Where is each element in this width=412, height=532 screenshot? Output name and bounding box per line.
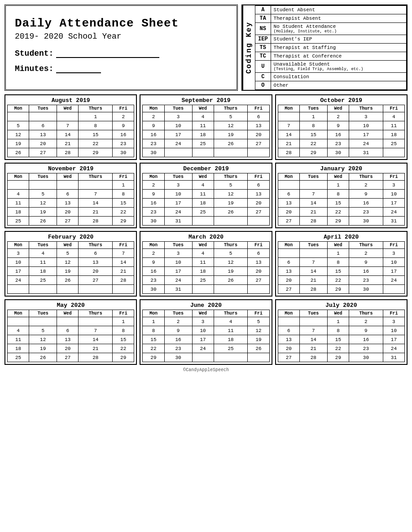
calendar-day[interactable]: 19 [214, 130, 248, 139]
calendar-day[interactable]: 12 [214, 258, 248, 267]
calendar-day[interactable]: 25 [192, 208, 214, 217]
calendar-day[interactable]: 13 [79, 258, 113, 267]
calendar-day[interactable]: 5 [214, 181, 248, 190]
calendar-day[interactable]: 22 [299, 139, 327, 148]
calendar-day[interactable]: 29 [327, 285, 349, 294]
calendar-day[interactable]: 28 [113, 276, 134, 285]
calendar-day[interactable]: 28 [79, 217, 113, 226]
calendar-day[interactable]: 19 [8, 139, 29, 148]
calendar-day[interactable]: 13 [278, 199, 299, 208]
calendar-day[interactable]: 3 [349, 112, 383, 121]
calendar-day[interactable]: 3 [164, 112, 192, 121]
calendar-day[interactable]: 13 [57, 335, 79, 344]
calendar-day[interactable]: 2 [349, 181, 383, 190]
calendar-day[interactable]: 15 [113, 335, 134, 344]
calendar-day[interactable]: 2 [349, 249, 383, 258]
calendar-day[interactable]: 30 [349, 217, 383, 226]
calendar-day[interactable]: 17 [383, 267, 404, 276]
calendar-day[interactable] [248, 217, 269, 226]
calendar-day[interactable]: 6 [248, 181, 269, 190]
calendar-day[interactable]: 5 [214, 112, 248, 121]
calendar-day[interactable]: 25 [8, 353, 29, 362]
calendar-day[interactable]: 14 [299, 199, 327, 208]
calendar-day[interactable]: 23 [143, 139, 164, 148]
calendar-day[interactable]: 13 [57, 199, 79, 208]
calendar-day[interactable]: 16 [143, 267, 164, 276]
calendar-day[interactable]: 11 [29, 258, 57, 267]
calendar-day[interactable]: 9 [327, 121, 349, 130]
calendar-day[interactable]: 14 [79, 199, 113, 208]
calendar-day[interactable]: 15 [299, 130, 327, 139]
calendar-day[interactable]: 31 [164, 217, 192, 226]
calendar-day[interactable] [79, 317, 113, 326]
calendar-day[interactable]: 18 [8, 208, 29, 217]
calendar-day[interactable]: 8 [327, 326, 349, 335]
calendar-day[interactable]: 27 [79, 276, 113, 285]
calendar-day[interactable]: 10 [164, 258, 192, 267]
calendar-day[interactable]: 25 [8, 217, 29, 226]
calendar-day[interactable] [214, 285, 248, 294]
calendar-day[interactable]: 11 [192, 258, 214, 267]
calendar-day[interactable]: 29 [79, 148, 113, 157]
calendar-day[interactable]: 27 [248, 276, 269, 285]
calendar-day[interactable]: 30 [349, 285, 383, 294]
calendar-day[interactable] [248, 148, 269, 157]
calendar-day[interactable]: 17 [383, 199, 404, 208]
calendar-day[interactable]: 15 [79, 130, 113, 139]
calendar-day[interactable]: 16 [143, 199, 164, 208]
calendar-day[interactable]: 8 [113, 326, 134, 335]
calendar-day[interactable]: 6 [79, 249, 113, 258]
calendar-day[interactable]: 27 [57, 217, 79, 226]
calendar-day[interactable]: 1 [79, 112, 113, 121]
calendar-day[interactable]: 16 [349, 335, 383, 344]
calendar-day[interactable]: 27 [278, 353, 299, 362]
calendar-day[interactable]: 14 [79, 335, 113, 344]
calendar-day[interactable]: 28 [57, 148, 79, 157]
calendar-day[interactable]: 21 [57, 139, 79, 148]
calendar-day[interactable] [29, 317, 57, 326]
calendar-day[interactable]: 9 [164, 326, 192, 335]
calendar-day[interactable]: 12 [214, 190, 248, 199]
calendar-day[interactable]: 5 [214, 249, 248, 258]
calendar-day[interactable]: 24 [383, 208, 404, 217]
calendar-day[interactable] [29, 181, 57, 190]
calendar-day[interactable]: 16 [349, 267, 383, 276]
calendar-day[interactable]: 31 [383, 217, 404, 226]
calendar-day[interactable] [29, 112, 57, 121]
calendar-day[interactable]: 25 [383, 139, 404, 148]
calendar-day[interactable]: 8 [299, 121, 327, 130]
calendar-day[interactable] [79, 181, 113, 190]
calendar-day[interactable]: 13 [248, 258, 269, 267]
calendar-day[interactable]: 1 [113, 317, 134, 326]
calendar-day[interactable]: 24 [383, 344, 404, 353]
calendar-day[interactable]: 15 [143, 335, 164, 344]
calendar-day[interactable] [192, 148, 214, 157]
calendar-day[interactable]: 12 [29, 199, 57, 208]
calendar-day[interactable]: 9 [143, 190, 164, 199]
calendar-day[interactable]: 9 [349, 190, 383, 199]
calendar-day[interactable]: 29 [143, 353, 164, 362]
calendar-day[interactable]: 28 [299, 217, 327, 226]
student-input[interactable] [56, 48, 159, 58]
calendar-day[interactable]: 20 [278, 276, 299, 285]
calendar-day[interactable]: 2 [143, 112, 164, 121]
calendar-day[interactable]: 10 [383, 326, 404, 335]
calendar-day[interactable] [8, 181, 29, 190]
calendar-day[interactable]: 18 [383, 130, 404, 139]
calendar-day[interactable]: 22 [143, 344, 164, 353]
calendar-day[interactable]: 27 [278, 217, 299, 226]
calendar-day[interactable]: 14 [299, 267, 327, 276]
calendar-day[interactable]: 22 [113, 208, 134, 217]
calendar-day[interactable]: 7 [299, 258, 327, 267]
calendar-day[interactable]: 20 [278, 344, 299, 353]
calendar-day[interactable]: 20 [29, 139, 57, 148]
calendar-day[interactable]: 25 [214, 344, 248, 353]
calendar-day[interactable]: 18 [192, 130, 214, 139]
calendar-day[interactable]: 24 [164, 139, 192, 148]
calendar-day[interactable]: 30 [349, 353, 383, 362]
calendar-day[interactable]: 2 [327, 112, 349, 121]
calendar-day[interactable]: 12 [29, 335, 57, 344]
calendar-day[interactable]: 20 [57, 344, 79, 353]
calendar-day[interactable] [278, 181, 299, 190]
calendar-day[interactable]: 14 [278, 130, 299, 139]
